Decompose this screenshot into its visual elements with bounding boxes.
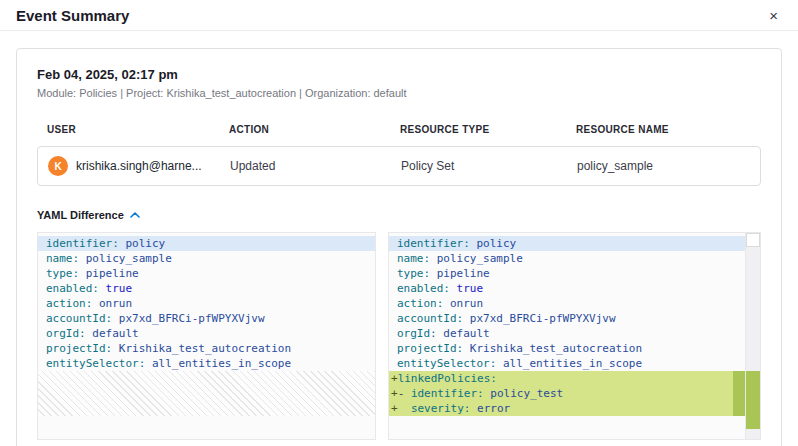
diff-line: name: policy_sample [38, 251, 375, 266]
diff-line: type: pipeline [38, 266, 375, 281]
diff-line-added: + severity: error [389, 401, 745, 416]
diff-line: enabled: true [38, 281, 375, 296]
diff-line: projectId: Krishika_test_autocreation [38, 341, 375, 356]
close-icon[interactable]: × [763, 4, 784, 27]
modal-title: Event Summary [16, 7, 129, 24]
diff-pane-right[interactable]: identifier: policyname: policy_sampletyp… [388, 232, 746, 440]
diff-line: orgId: default [389, 326, 745, 341]
diff-line: type: pipeline [389, 266, 745, 281]
diff-line: identifier: policy [38, 236, 375, 251]
table-header-row: USER ACTION RESOURCE TYPE RESOURCE NAME [37, 124, 761, 135]
diff-minimap-scrollbar[interactable] [746, 232, 761, 440]
diff-line-added: +linkedPolicies: [389, 371, 745, 386]
column-header-action: ACTION [229, 124, 400, 135]
diff-line: entitySelector: all_entities_in_scope [389, 356, 745, 371]
avatar: K [48, 156, 68, 176]
yaml-difference-toggle[interactable]: YAML Difference [37, 209, 140, 221]
diff-missing-lines-hatch [38, 371, 375, 416]
diff-line: accountId: px7xd_BFRCi-pfWPYXVjvw [389, 311, 745, 326]
diff-line: accountId: px7xd_BFRCi-pfWPYXVjvw [38, 311, 375, 326]
user-email: krishika.singh@harne... [76, 159, 202, 173]
diff-line: action: onrun [38, 296, 375, 311]
diff-line: action: onrun [389, 296, 745, 311]
table-row: K krishika.singh@harne... Updated Policy… [37, 146, 761, 186]
event-timestamp: Feb 04, 2025, 02:17 pm [37, 67, 761, 82]
modal-header: Event Summary × [0, 0, 798, 31]
column-header-resource-name: RESOURCE NAME [576, 124, 761, 135]
diff-pane-left[interactable]: identifier: policyname: policy_sampletyp… [37, 232, 376, 440]
diff-line: identifier: policy [389, 236, 745, 251]
event-card: Feb 04, 2025, 02:17 pm Module: Policies … [16, 48, 782, 446]
diff-line: orgId: default [38, 326, 375, 341]
minimap-change-marker[interactable] [746, 371, 760, 429]
diff-line-added: +- identifier: policy_test [389, 386, 745, 401]
yaml-diff-viewer: identifier: policyname: policy_sampletyp… [37, 232, 761, 440]
resource-name-cell: policy_sample [577, 159, 760, 173]
column-header-user: USER [37, 124, 229, 135]
resource-type-cell: Policy Set [401, 159, 577, 173]
diff-pane-divider [376, 232, 388, 440]
scrollbar-thumb[interactable] [746, 233, 760, 247]
action-cell: Updated [230, 159, 401, 173]
user-cell: K krishika.singh@harne... [38, 156, 230, 176]
yaml-difference-label: YAML Difference [37, 209, 124, 221]
column-header-resource-type: RESOURCE TYPE [400, 124, 576, 135]
chevron-up-icon [130, 212, 140, 218]
diff-line: projectId: Krishika_test_autocreation [389, 341, 745, 356]
event-meta: Module: Policies | Project: Krishika_tes… [37, 87, 761, 99]
diff-line: enabled: true [389, 281, 745, 296]
diff-line: name: policy_sample [389, 251, 745, 266]
diff-line: entitySelector: all_entities_in_scope [38, 356, 375, 371]
